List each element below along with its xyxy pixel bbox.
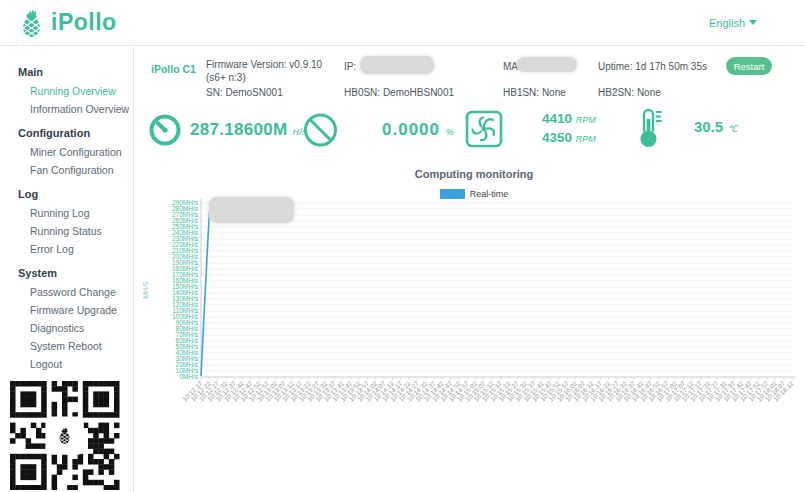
svg-text:210MH/s: 210MH/s — [172, 247, 199, 254]
device-sn: SN: DemoSN001 — [206, 87, 283, 98]
language-dropdown[interactable]: English — [709, 17, 757, 29]
svg-text:0MH/s: 0MH/s — [179, 373, 199, 380]
svg-text:80MH/s: 80MH/s — [176, 325, 199, 332]
app-logo: iPollo — [18, 6, 117, 40]
fan1-unit: RPM — [576, 115, 596, 125]
svg-text:100MH/s: 100MH/s — [172, 313, 199, 320]
menu-header-main: Main — [18, 62, 133, 82]
sidebar-item-information-overview[interactable]: Information Overview — [18, 100, 133, 118]
temp-number: 30.5 — [694, 118, 723, 135]
device-model: iPollo C1 — [151, 63, 196, 75]
svg-text:160MH/s: 160MH/s — [172, 277, 199, 284]
fan2-unit: RPM — [576, 134, 596, 144]
sidebar-menu: MainRunning OverviewInformation Overview… — [0, 46, 133, 373]
menu-group-configuration: ConfigurationMiner ConfigurationFan Conf… — [18, 123, 133, 179]
language-label: English — [709, 17, 745, 29]
svg-text:40MH/s: 40MH/s — [176, 349, 199, 356]
svg-text:120MH/s: 120MH/s — [172, 301, 199, 308]
reject-number: 0.0000 — [382, 120, 440, 139]
sidebar-item-fan-configuration[interactable]: Fan Configuration — [18, 161, 133, 179]
thermometer-icon — [636, 107, 664, 151]
sidebar-item-running-status[interactable]: Running Status — [18, 222, 133, 240]
hashrate-number: 287.18600M — [190, 120, 288, 139]
sidebar-item-miner-configuration[interactable]: Miner Configuration — [18, 143, 133, 161]
fan1-number: 4410 — [542, 111, 572, 126]
fan-icon — [464, 109, 504, 149]
sidebar-item-error-log[interactable]: Error Log — [18, 240, 133, 258]
svg-text:220MH/s: 220MH/s — [172, 241, 199, 248]
svg-text:60MH/s: 60MH/s — [176, 337, 199, 344]
sidebar-item-logout[interactable]: Logout — [18, 355, 133, 373]
svg-text:230MH/s: 230MH/s — [172, 235, 199, 242]
hashrate-value: 287.18600M H/s — [190, 120, 307, 140]
svg-text:130MH/s: 130MH/s — [172, 295, 199, 302]
sidebar-item-firmware-upgrade[interactable]: Firmware Upgrade — [18, 301, 133, 319]
prohibition-icon — [302, 112, 339, 148]
ip-redaction-blur — [360, 56, 434, 74]
svg-text:240MH/s: 240MH/s — [172, 229, 199, 236]
main-content: iPollo C1 Firmware Version: v0.9.10 (s6+… — [134, 46, 805, 492]
svg-text:170MH/s: 170MH/s — [172, 271, 199, 278]
temperature-value: 30.5 ℃ — [694, 118, 737, 135]
hb1sn: HB1SN: None — [503, 87, 566, 98]
chart-redaction-blur — [209, 197, 294, 223]
reject-rate-value: 0.0000 % — [382, 120, 455, 140]
sidebar-item-diagnostics[interactable]: Diagnostics — [18, 319, 133, 337]
hb0sn: HB0SN: DemoHBSN001 — [344, 87, 454, 98]
firmware-version: Firmware Version: v0.9.10 (s6+ n:3) — [206, 58, 344, 84]
ip-label: IP: — [344, 61, 356, 72]
svg-text:190MH/s: 190MH/s — [172, 259, 199, 266]
svg-text:140MH/s: 140MH/s — [172, 289, 199, 296]
menu-group-main: MainRunning OverviewInformation Overview — [18, 62, 133, 118]
svg-text:290MH/s: 290MH/s — [172, 199, 199, 206]
sidebar-item-system-reboot[interactable]: System Reboot — [18, 337, 133, 355]
restart-button[interactable]: Restart — [726, 57, 772, 75]
svg-text:200MH/s: 200MH/s — [172, 253, 199, 260]
fan-speed-values: 4410 RPM 4350 RPM — [542, 110, 596, 148]
svg-text:250MH/s: 250MH/s — [172, 223, 199, 230]
top-header: iPollo English — [0, 0, 805, 46]
uptime: Uptime: 1d 17h 50m 35s — [598, 61, 707, 72]
svg-text:30MH/s: 30MH/s — [176, 355, 199, 362]
svg-text:180MH/s: 180MH/s — [172, 265, 199, 272]
menu-group-system: SystemPassword ChangeFirmware UpgradeDia… — [18, 263, 133, 373]
hb2sn: HB2SN: None — [598, 87, 661, 98]
sidebar-item-running-overview[interactable]: Running Overview — [18, 82, 133, 100]
svg-text:50MH/s: 50MH/s — [176, 343, 199, 350]
pineapple-logo-icon — [18, 6, 45, 40]
svg-text:270MH/s: 270MH/s — [172, 211, 199, 218]
sidebar: MainRunning OverviewInformation Overview… — [0, 46, 134, 492]
sidebar-item-password-change[interactable]: Password Change — [18, 283, 133, 301]
menu-header-system: System — [18, 263, 133, 283]
gauge-icon — [146, 112, 184, 148]
svg-text:MH/S: MH/S — [142, 281, 149, 299]
sidebar-item-running-log[interactable]: Running Log — [18, 204, 133, 222]
svg-text:20MH/s: 20MH/s — [176, 361, 199, 368]
svg-text:10MH/s: 10MH/s — [176, 367, 199, 374]
menu-header-log: Log — [18, 184, 133, 204]
fan2-number: 4350 — [542, 130, 572, 145]
chevron-down-icon — [749, 20, 757, 25]
svg-text:90MH/s: 90MH/s — [176, 319, 199, 326]
mac-redaction-blur — [517, 57, 577, 72]
svg-text:150MH/s: 150MH/s — [172, 283, 199, 290]
temp-unit: ℃ — [727, 124, 737, 134]
svg-text:70MH/s: 70MH/s — [176, 331, 199, 338]
menu-group-log: LogRunning LogRunning StatusError Log — [18, 184, 133, 258]
menu-header-configuration: Configuration — [18, 123, 133, 143]
logo-text: iPollo — [51, 9, 117, 36]
svg-text:280MH/s: 280MH/s — [172, 205, 199, 212]
computing-monitoring-chart: 0MH/s10MH/s20MH/s30MH/s40MH/s50MH/s60MH/… — [134, 196, 805, 441]
chart-title: Computing monitoring — [134, 168, 805, 180]
svg-text:260MH/s: 260MH/s — [172, 217, 199, 224]
qr-code — [8, 380, 122, 490]
reject-unit: % — [446, 127, 455, 137]
svg-text:110MH/s: 110MH/s — [172, 307, 198, 314]
